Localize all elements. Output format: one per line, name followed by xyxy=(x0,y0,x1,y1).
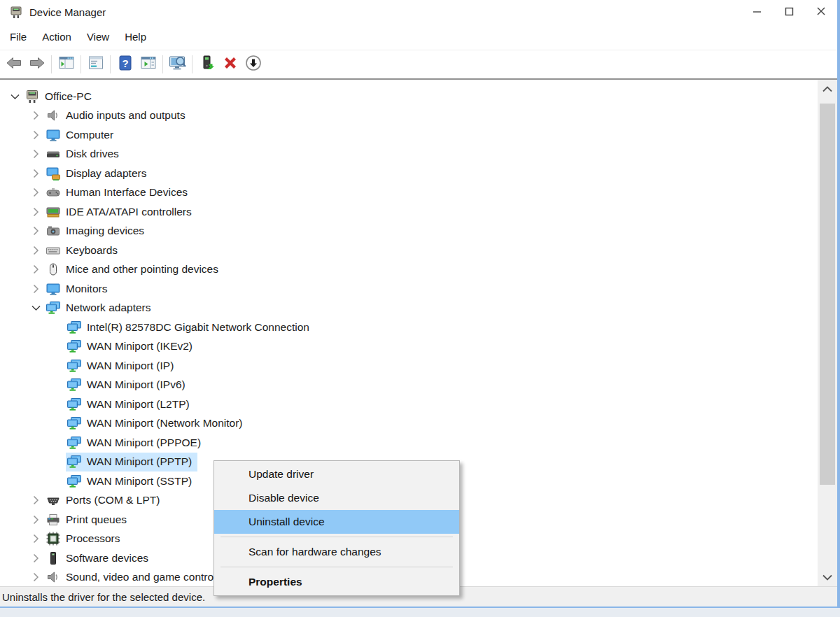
status-text: Uninstalls the driver for the selected d… xyxy=(2,591,205,603)
tree-item-wan-miniport-l2tp[interactable]: WAN Miniport (L2TP) xyxy=(0,395,818,414)
properties-toolbar-button[interactable] xyxy=(84,52,107,76)
tree-item-audio-inputs-and-outputs[interactable]: Audio inputs and outputs xyxy=(0,106,818,126)
scroll-up-icon[interactable] xyxy=(818,80,837,98)
tree-item-label: WAN Miniport (Network Monitor) xyxy=(87,416,246,431)
chevron-spacer xyxy=(48,435,66,451)
window-controls xyxy=(741,0,837,24)
chevron-collapsed-icon[interactable] xyxy=(27,204,45,220)
ports-icon xyxy=(45,492,62,508)
processor-icon xyxy=(45,531,62,546)
tree-item-label: Intel(R) 82578DC Gigabit Network Connect… xyxy=(87,320,312,335)
chevron-collapsed-icon[interactable] xyxy=(27,243,45,258)
chevron-collapsed-icon[interactable] xyxy=(27,127,45,143)
hid-icon xyxy=(45,185,62,200)
menu-file[interactable]: File xyxy=(2,24,34,50)
tree-item-label: WAN Miniport (IKEv2) xyxy=(87,339,195,354)
disk-drive-icon xyxy=(45,146,62,162)
tree-item-wan-miniport-ikev2[interactable]: WAN Miniport (IKEv2) xyxy=(0,337,818,357)
tree-item-ide-ata-atapi-controllers[interactable]: IDE ATA/ATAPI controllers xyxy=(0,202,818,222)
context-menu-item-uninstall-device[interactable]: Uninstall device xyxy=(214,510,459,534)
menu-help[interactable]: Help xyxy=(117,24,154,50)
disable-device-toolbar-button[interactable] xyxy=(241,52,265,76)
tree-item-label: Audio inputs and outputs xyxy=(66,108,188,123)
tree-item-label: Disk drives xyxy=(66,146,122,162)
context-menu-item-update-driver[interactable]: Update driver xyxy=(214,462,459,486)
tree-item-office-pc[interactable]: Office-PC xyxy=(0,87,818,106)
show-hide-console-tree-button[interactable] xyxy=(55,52,78,76)
tree-item-label: Sound, video and game controllers xyxy=(66,569,237,585)
chevron-collapsed-icon[interactable] xyxy=(27,531,45,546)
properties-window-icon xyxy=(87,54,105,75)
chevron-collapsed-icon[interactable] xyxy=(27,262,45,277)
tree-item-keyboards[interactable]: Keyboards xyxy=(0,241,818,260)
tree-item-monitors[interactable]: Monitors xyxy=(0,279,818,299)
chevron-spacer xyxy=(48,377,66,392)
back-button[interactable] xyxy=(2,52,25,76)
help-button[interactable]: ? xyxy=(113,52,136,76)
tree-item-label: Network adapters xyxy=(66,300,153,315)
chevron-collapsed-icon[interactable] xyxy=(27,146,45,162)
chevron-collapsed-icon[interactable] xyxy=(27,492,45,508)
tree-item-wan-miniport-ip[interactable]: WAN Miniport (IP) xyxy=(0,356,818,376)
chevron-collapsed-icon[interactable] xyxy=(27,166,45,181)
vertical-scrollbar[interactable] xyxy=(818,80,837,586)
tree-item-human-interface-devices[interactable]: Human Interface Devices xyxy=(0,183,818,203)
chevron-collapsed-icon[interactable] xyxy=(27,569,45,585)
mouse-icon xyxy=(45,262,62,277)
tree-item-wan-miniport-ipv6[interactable]: WAN Miniport (IPv6) xyxy=(0,376,818,395)
minimize-button[interactable] xyxy=(741,0,773,24)
minimize-icon xyxy=(752,6,762,19)
menu-bar: FileActionViewHelp xyxy=(0,24,837,50)
chevron-collapsed-icon[interactable] xyxy=(27,223,45,239)
keyboard-icon xyxy=(45,243,62,258)
chevron-expanded-icon[interactable] xyxy=(6,89,24,104)
tree-item-mice-and-other-pointing-devices[interactable]: Mice and other pointing devices xyxy=(0,260,818,280)
context-menu-item-disable-device[interactable]: Disable device xyxy=(214,486,459,510)
uninstall-device-toolbar-button[interactable] xyxy=(218,52,241,76)
network-adapter-icon xyxy=(66,454,83,469)
monitor-icon xyxy=(45,127,62,143)
scan-for-hardware-changes-button[interactable] xyxy=(166,52,189,76)
tree-item-imaging-devices[interactable]: Imaging devices xyxy=(0,222,818,241)
chevron-collapsed-icon[interactable] xyxy=(27,512,45,527)
tree-item-label: Display adapters xyxy=(66,166,149,181)
console-tree-icon xyxy=(57,54,76,75)
network-adapter-icon xyxy=(66,416,83,431)
tree-item-label: Monitors xyxy=(66,281,110,297)
forward-button[interactable] xyxy=(25,52,48,76)
tree-item-network-adapters[interactable]: Network adapters xyxy=(0,299,818,318)
tree-item-wan-miniport-pppoe[interactable]: WAN Miniport (PPPOE) xyxy=(0,433,818,453)
context-menu-item-scan-for-hardware-changes[interactable]: Scan for hardware changes xyxy=(214,540,459,564)
menu-view[interactable]: View xyxy=(79,24,117,50)
chevron-collapsed-icon[interactable] xyxy=(27,185,45,200)
disable-device-icon xyxy=(244,54,262,75)
tree-item-disk-drives[interactable]: Disk drives xyxy=(0,145,818,164)
scroll-down-icon[interactable] xyxy=(818,568,837,586)
tree-item-intel-r-82578dc-gigabit-network-connection[interactable]: Intel(R) 82578DC Gigabit Network Connect… xyxy=(0,318,818,337)
tree-item-label: WAN Miniport (IPv6) xyxy=(87,377,188,392)
tree-item-wan-miniport-network-monitor[interactable]: WAN Miniport (Network Monitor) xyxy=(0,414,818,434)
chevron-expanded-icon[interactable] xyxy=(27,300,45,315)
show-hide-action-pane-button[interactable] xyxy=(136,52,160,76)
title-bar: Device Manager xyxy=(0,0,837,24)
tree-item-display-adapters[interactable]: Display adapters xyxy=(0,164,818,183)
tree-item-computer[interactable]: Computer xyxy=(0,125,818,145)
context-menu-item-properties[interactable]: Properties xyxy=(214,570,459,594)
close-icon xyxy=(816,6,826,19)
chevron-collapsed-icon[interactable] xyxy=(27,108,45,123)
chevron-collapsed-icon[interactable] xyxy=(27,281,45,297)
tree-item-label: Processors xyxy=(66,531,123,546)
update-driver-icon xyxy=(198,54,216,75)
scrollbar-thumb[interactable] xyxy=(820,104,835,485)
maximize-button[interactable] xyxy=(773,0,805,24)
chevron-spacer xyxy=(48,416,66,431)
toolbar-separator xyxy=(192,55,192,73)
toolbar-separator xyxy=(110,55,111,73)
tree-item-label: Mice and other pointing devices xyxy=(66,262,221,277)
menu-action[interactable]: Action xyxy=(34,24,79,50)
close-button[interactable] xyxy=(805,0,837,24)
help-icon: ? xyxy=(116,54,134,75)
update-driver-toolbar-button[interactable] xyxy=(195,52,218,76)
chevron-collapsed-icon[interactable] xyxy=(27,551,45,566)
tree-item-label: WAN Miniport (PPPOE) xyxy=(87,435,204,451)
